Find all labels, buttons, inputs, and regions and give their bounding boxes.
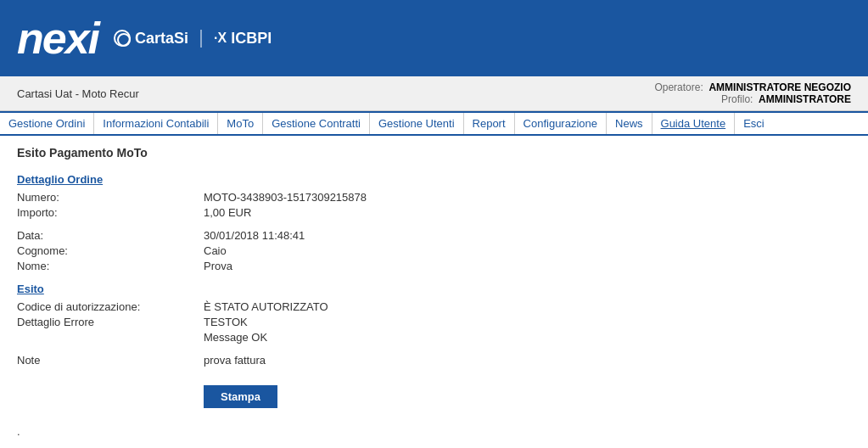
nav-item-gestione-ordini[interactable]: Gestione Ordini xyxy=(0,113,94,134)
icbpi-icon: ·X xyxy=(214,31,227,46)
note-value: prova fattura xyxy=(204,354,266,367)
importo-label: Importo: xyxy=(17,206,204,219)
nav-item-gestione-contratti[interactable]: Gestione Contratti xyxy=(263,113,370,134)
dettaglio-header: Dettaglio Ordine xyxy=(17,173,851,186)
codice-value-row: Dettaglio Errore TESTOK xyxy=(17,316,851,328)
nav-item-gestione-utenti[interactable]: Gestione Utenti xyxy=(370,113,464,134)
page-title: Esito Pagamento MoTo xyxy=(17,146,851,160)
dettaglio-errore-value: Message OK xyxy=(204,331,267,344)
blank-label xyxy=(17,331,204,344)
nome-value: Prova xyxy=(204,260,232,272)
cartasi-icon xyxy=(114,30,131,47)
nav-item-esci[interactable]: Esci xyxy=(735,113,773,134)
nav-item-guida-utente[interactable]: Guida Utente xyxy=(652,113,736,134)
stampa-button[interactable]: Stampa xyxy=(204,385,277,408)
note-label: Note xyxy=(17,354,204,367)
nav-item-configurazione[interactable]: Configurazione xyxy=(515,113,607,134)
stampa-container: Stampa xyxy=(17,377,851,408)
nome-row: Nome: Prova xyxy=(17,260,851,272)
numero-row: Numero: MOTO-3438903-1517309215878 xyxy=(17,191,851,204)
cognome-value: Caio xyxy=(204,244,227,257)
store-name: Cartasi Uat - Moto Recur xyxy=(17,87,139,100)
importo-value: 1,00 EUR xyxy=(204,206,251,219)
data-row: Data: 30/01/2018 11:48:41 xyxy=(17,229,851,242)
numero-value: MOTO-3438903-1517309215878 xyxy=(204,191,367,204)
nexi-logo: nexi xyxy=(17,13,98,64)
nav-item-informazioni-contabili[interactable]: Informazioni Contabili xyxy=(94,113,218,134)
nav-item-news[interactable]: News xyxy=(607,113,652,134)
cartasi-logo: CartaSi xyxy=(114,30,202,48)
data-value: 30/01/2018 11:48:41 xyxy=(204,229,305,242)
cognome-row: Cognome: Caio xyxy=(17,244,851,257)
profile-label: Profilo: xyxy=(721,93,753,105)
codice-label: Codice di autorizzazione: xyxy=(17,300,204,313)
nav-item-moto[interactable]: MoTo xyxy=(218,113,263,134)
dot: . xyxy=(17,425,851,438)
esito-header: Esito xyxy=(17,283,851,295)
esito-stato-value: È STATO AUTORIZZATO xyxy=(204,300,328,313)
data-label: Data: xyxy=(17,229,204,242)
cognome-label: Cognome: xyxy=(17,244,204,257)
nav-bar: Gestione Ordini Informazioni Contabili M… xyxy=(0,111,868,136)
codice-auth-value: TESTOK xyxy=(204,316,248,328)
operator-label: Operatore: xyxy=(654,81,703,93)
codice-row: Codice di autorizzazione: È STATO AUTORI… xyxy=(17,300,851,313)
dettaglio-errore-row: Message OK xyxy=(17,331,851,344)
dettaglio-section: Dettaglio Ordine Numero: MOTO-3438903-15… xyxy=(17,173,851,219)
numero-label: Numero: xyxy=(17,191,204,204)
top-info-bar: Cartasi Uat - Moto Recur Operatore: AMMI… xyxy=(0,76,868,111)
nav-item-report[interactable]: Report xyxy=(464,113,515,134)
note-row: Note prova fattura xyxy=(17,354,851,367)
page-content: Esito Pagamento MoTo Dettaglio Ordine Nu… xyxy=(0,136,868,448)
nome-label: Nome: xyxy=(17,260,204,272)
note-section: Note prova fattura xyxy=(17,354,851,367)
dettaglio-label: Dettaglio Errore xyxy=(17,316,204,328)
esito-section: Esito Codice di autorizzazione: È STATO … xyxy=(17,283,851,344)
data-section: Data: 30/01/2018 11:48:41 Cognome: Caio … xyxy=(17,229,851,272)
header: nexi CartaSi ·X ICBPI xyxy=(0,0,868,76)
importo-row: Importo: 1,00 EUR xyxy=(17,206,851,219)
operator-info: Operatore: AMMINISTRATORE NEGOZIO Profil… xyxy=(654,81,851,105)
profile-value: AMMINISTRATORE xyxy=(759,93,851,105)
operator-value: AMMINISTRATORE NEGOZIO xyxy=(708,81,851,93)
icbpi-logo: ·X ICBPI xyxy=(214,30,272,48)
